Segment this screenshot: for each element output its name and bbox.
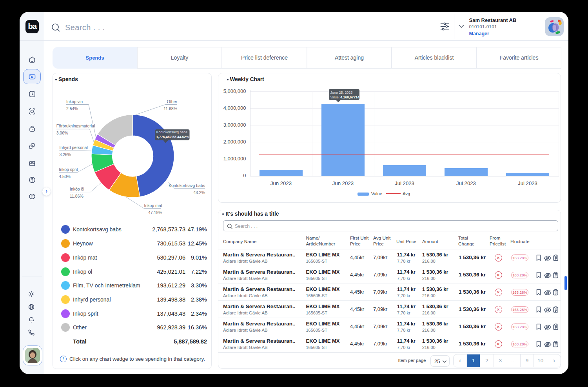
svg-text:Inköp sprit: Inköp sprit (59, 167, 78, 172)
svg-text:1,776,462.68 44.52%: 1,776,462.68 44.52% (156, 135, 189, 139)
svg-text:Inköp öl: Inköp öl (70, 187, 84, 191)
svg-text:11.86%: 11.86% (70, 194, 83, 198)
svg-text:Other: Other (167, 99, 178, 104)
svg-text:Inhyrd personal: Inhyrd personal (59, 145, 87, 150)
svg-text:Kontokortsavg babs: Kontokortsavg babs (169, 183, 205, 188)
svg-text:47.19%: 47.19% (148, 210, 162, 215)
svg-text:43.2%: 43.2% (193, 190, 205, 195)
svg-text:Inköp mat: Inköp mat (144, 203, 162, 208)
svg-text:Kontokortsavg babs: Kontokortsavg babs (156, 130, 188, 134)
svg-text:4.50%: 4.50% (59, 174, 71, 179)
svg-text:3.26%: 3.26% (59, 152, 71, 157)
svg-text:11.68%: 11.68% (163, 106, 177, 111)
svg-text:Förbrukningsmaterial: Förbrukningsmaterial (56, 124, 95, 128)
svg-text:3.06%: 3.06% (56, 131, 68, 135)
svg-text:Inköp vin: Inköp vin (66, 99, 83, 104)
svg-text:2.54%: 2.54% (66, 106, 78, 111)
